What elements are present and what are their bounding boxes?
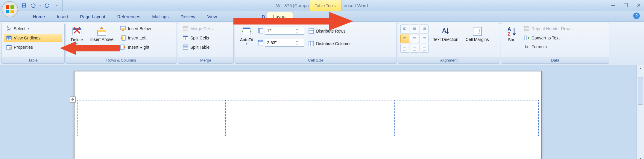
cell-margins-button[interactable]: Cell Margins (463, 25, 492, 55)
align-mid-right[interactable] (420, 34, 429, 43)
align-top-center[interactable] (410, 25, 419, 33)
insert-right-button[interactable]: Insert Right (118, 43, 153, 51)
spin-down-icon[interactable]: ▼ (294, 31, 300, 34)
svg-rect-3 (10, 10, 14, 13)
align-top-right[interactable] (420, 25, 429, 33)
insert-left-icon (120, 35, 126, 41)
svg-rect-23 (122, 36, 123, 40)
redo-icon[interactable] (44, 2, 50, 8)
row-height-input[interactable]: ▲▼ (265, 27, 304, 35)
distribute-cols-label: Distribute Columns (316, 41, 351, 46)
save-icon[interactable] (21, 2, 27, 8)
tab-layout[interactable]: Layout (267, 12, 293, 22)
spin-down-icon[interactable]: ▼ (294, 43, 300, 46)
scrollbar-thumb[interactable] (638, 77, 643, 105)
align-bot-right[interactable] (420, 44, 429, 53)
window-controls: ─ ❐ ✕ (611, 0, 641, 11)
svg-rect-19 (98, 30, 106, 32)
svg-rect-12 (7, 36, 11, 37)
tab-design[interactable]: D (256, 12, 267, 22)
minimize-button[interactable]: ─ (611, 2, 615, 9)
merge-cells-button[interactable]: Merge Cells (180, 25, 231, 33)
split-table-label: Split Table (190, 45, 209, 50)
convert-label: Convert to Text (531, 36, 560, 40)
office-button[interactable] (2, 1, 18, 17)
svg-rect-25 (123, 45, 124, 50)
restore-button[interactable]: ❐ (623, 2, 628, 9)
tab-view[interactable]: View (201, 12, 223, 22)
align-top-left[interactable] (400, 25, 409, 33)
align-bot-center[interactable] (410, 44, 419, 53)
formula-button[interactable]: fx Formula (522, 43, 574, 50)
col-width-input[interactable]: ▲▼ (265, 39, 304, 47)
svg-rect-0 (6, 5, 9, 9)
cell-margins-icon (472, 26, 483, 37)
vertical-scrollbar[interactable]: ▲ ▼ (637, 65, 644, 159)
repeat-header-rows-button[interactable]: Repeat Header Rows (522, 25, 574, 33)
qat-customize-icon[interactable]: ▼ (56, 4, 58, 7)
svg-rect-77 (524, 29, 529, 31)
text-direction-button[interactable]: A Text Direction (430, 25, 461, 55)
autofit-button[interactable]: AutoFit ▼ (237, 25, 256, 55)
align-mid-left[interactable] (400, 34, 409, 43)
delete-button[interactable]: Delete ▼ (68, 25, 86, 55)
tab-insert[interactable]: Insert (51, 12, 74, 22)
group-data-label: Data (501, 57, 609, 63)
split-table-button[interactable]: Split Table (180, 43, 231, 51)
insert-above-label: Insert Above (90, 37, 113, 42)
sort-button[interactable]: AZ Sort (504, 25, 520, 55)
insert-left-button[interactable]: Insert Left (118, 34, 153, 42)
split-cells-label: Split Cells (190, 36, 209, 40)
row-height-field[interactable] (265, 28, 294, 33)
svg-rect-76 (524, 26, 529, 28)
chevron-down-icon: ▼ (245, 43, 248, 45)
ribbon-tab-row: Home Insert Page Layout References Maili… (0, 11, 644, 22)
formula-label: Formula (531, 44, 547, 49)
distribute-rows-button[interactable]: Distribute Rows (306, 27, 353, 35)
svg-rect-72 (473, 27, 482, 36)
tab-home[interactable]: Home (27, 12, 51, 22)
close-button[interactable]: ✕ (637, 2, 641, 9)
select-button[interactable]: Select ▼ (4, 25, 62, 33)
svg-point-15 (9, 47, 11, 49)
quick-access-toolbar: ▼ ▼ (21, 0, 63, 11)
page[interactable]: ✥ (74, 71, 542, 159)
ribbon: Select ▼ View Gridlines Properties Table… (0, 22, 644, 65)
svg-rect-41 (309, 41, 314, 46)
select-label: Select (14, 26, 25, 31)
tab-review[interactable]: Review (175, 12, 201, 22)
view-gridlines-button[interactable]: View Gridlines (4, 34, 62, 42)
tab-page-layout[interactable]: Page Layout (74, 12, 111, 22)
row-height-icon (258, 28, 264, 34)
distribute-columns-button[interactable]: Distribute Columns (306, 39, 353, 48)
repeat-header-icon (524, 26, 530, 32)
properties-button[interactable]: Properties (4, 43, 62, 51)
delete-icon (72, 26, 82, 37)
svg-rect-5 (23, 4, 25, 5)
help-button[interactable]: ? (633, 13, 640, 19)
align-mid-center[interactable] (410, 34, 419, 43)
svg-rect-6 (23, 6, 25, 7)
svg-text:A: A (442, 27, 446, 34)
insert-below-icon (120, 26, 126, 32)
col-width-field[interactable] (265, 40, 294, 45)
spin-up-icon[interactable]: ▲ (294, 39, 300, 43)
scroll-down-icon[interactable]: ▼ (637, 155, 644, 159)
undo-icon[interactable] (30, 2, 36, 8)
insert-below-button[interactable]: Insert Below (118, 25, 153, 33)
insert-below-label: Insert Below (128, 26, 151, 31)
document-area: ✥ ▲ ▼ (0, 65, 644, 159)
scroll-up-icon[interactable]: ▲ (637, 65, 644, 72)
table-move-handle[interactable]: ✥ (70, 97, 76, 103)
delete-label: Delete (71, 37, 83, 42)
group-table-label: Table (1, 57, 64, 63)
table[interactable] (77, 100, 539, 136)
tab-mailings[interactable]: Mailings (146, 12, 175, 22)
convert-to-text-button[interactable]: Convert to Text (522, 34, 574, 42)
insert-above-button[interactable]: Insert Above (87, 25, 116, 55)
spin-up-icon[interactable]: ▲ (294, 27, 300, 31)
align-bot-left[interactable] (400, 44, 409, 53)
tab-references[interactable]: References (111, 12, 146, 22)
undo-dropdown-icon[interactable]: ▼ (39, 4, 41, 7)
split-cells-button[interactable]: Split Cells (180, 34, 231, 42)
